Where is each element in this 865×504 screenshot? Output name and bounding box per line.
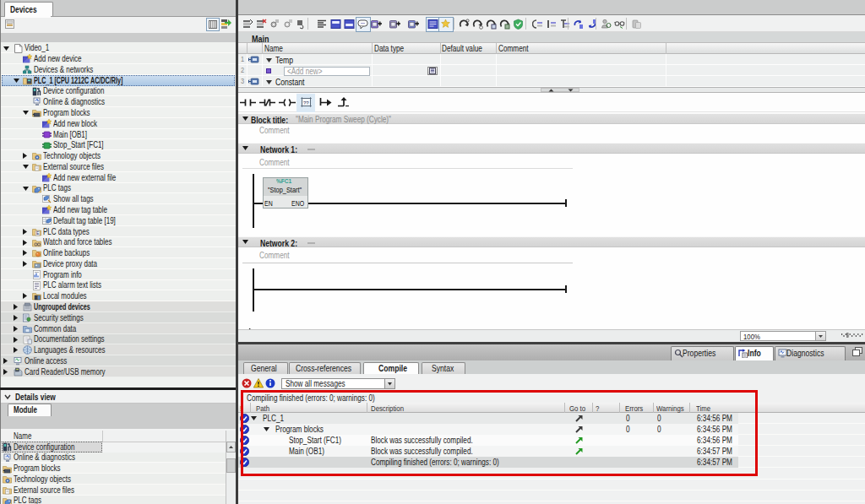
svg-text:??: ?? xyxy=(303,100,309,106)
